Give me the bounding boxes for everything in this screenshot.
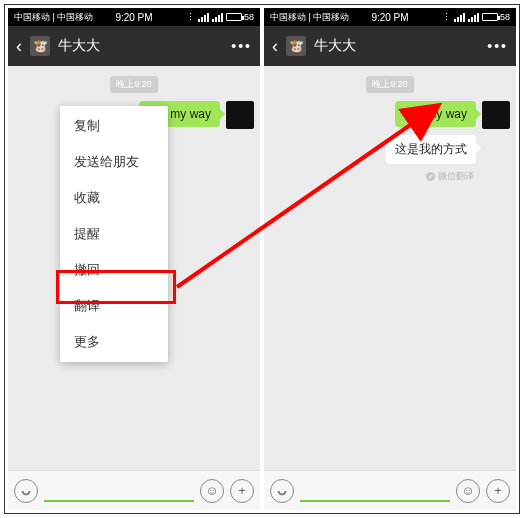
chat-title: 牛大大 <box>314 37 479 55</box>
battery-indicator: 58 <box>226 12 254 22</box>
menu-remind[interactable]: 提醒 <box>60 216 168 252</box>
plus-icon[interactable]: + <box>230 479 254 503</box>
check-icon: ✓ <box>426 172 435 181</box>
menu-favorite[interactable]: 收藏 <box>60 180 168 216</box>
wifi-icon: ⋮ <box>186 12 195 22</box>
menu-forward[interactable]: 发送给朋友 <box>60 144 168 180</box>
status-time: 9:20 PM <box>115 12 152 23</box>
menu-copy[interactable]: 复制 <box>60 108 168 144</box>
phone-left: 中国移动 | 中国移动 9:20 PM ⋮ 58 ‹ 🐮 牛大大 ••• 晚上9… <box>8 8 260 510</box>
menu-more[interactable]: 更多 <box>60 324 168 360</box>
emoji-icon[interactable]: ☺ <box>200 479 224 503</box>
menu-translate[interactable]: 翻译 <box>60 288 168 324</box>
signal-icon <box>454 13 465 22</box>
signal-icon-2 <box>212 13 223 22</box>
signal-icon-2 <box>468 13 479 22</box>
status-bar: 中国移动 | 中国移动 9:20 PM ⋮ 58 <box>264 8 516 26</box>
carrier-label: 中国移动 | 中国移动 <box>14 11 93 24</box>
status-time: 9:20 PM <box>371 12 408 23</box>
carrier-label: 中国移动 | 中国移动 <box>270 11 349 24</box>
contact-avatar-small: 🐮 <box>30 36 50 56</box>
input-bar: ☺ + <box>8 470 260 510</box>
wifi-icon: ⋮ <box>442 12 451 22</box>
timestamp-badge: 晚上9:20 <box>110 76 158 93</box>
chat-header: ‹ 🐮 牛大大 ••• <box>8 26 260 66</box>
chat-title: 牛大大 <box>58 37 223 55</box>
chat-header: ‹ 🐮 牛大大 ••• <box>264 26 516 66</box>
text-input[interactable] <box>300 500 450 502</box>
plus-icon[interactable]: + <box>486 479 510 503</box>
status-bar: 中国移动 | 中国移动 9:20 PM ⋮ 58 <box>8 8 260 26</box>
translation-source: ✓ 微信翻译 <box>264 170 516 183</box>
timestamp-badge: 晚上9:20 <box>366 76 414 93</box>
more-icon[interactable]: ••• <box>231 38 252 54</box>
more-icon[interactable]: ••• <box>487 38 508 54</box>
my-avatar[interactable] <box>226 101 254 129</box>
menu-recall[interactable]: 撤回 <box>60 252 168 288</box>
tutorial-frame: 中国移动 | 中国移动 9:20 PM ⋮ 58 ‹ 🐮 牛大大 ••• 晚上9… <box>4 4 520 514</box>
translation-bubble[interactable]: 这是我的方式 <box>386 135 476 164</box>
voice-icon[interactable] <box>270 479 294 503</box>
translation-row: 这是我的方式 <box>264 135 516 170</box>
input-bar: ☺ + <box>264 470 516 510</box>
contact-avatar-small: 🐮 <box>286 36 306 56</box>
emoji-icon[interactable]: ☺ <box>456 479 480 503</box>
phone-right: 中国移动 | 中国移动 9:20 PM ⋮ 58 ‹ 🐮 牛大大 ••• 晚上9… <box>264 8 516 510</box>
translation-source-label: 微信翻译 <box>438 170 474 183</box>
my-avatar[interactable] <box>482 101 510 129</box>
context-menu: 复制 发送给朋友 收藏 提醒 撤回 翻译 更多 <box>60 106 168 362</box>
back-icon[interactable]: ‹ <box>272 37 278 55</box>
text-input[interactable] <box>44 500 194 502</box>
signal-icon <box>198 13 209 22</box>
chat-body: 晚上9:20 this my way 这是我的方式 ✓ 微信翻译 <box>264 66 516 470</box>
back-icon[interactable]: ‹ <box>16 37 22 55</box>
message-bubble[interactable]: this my way <box>395 101 476 127</box>
battery-indicator: 58 <box>482 12 510 22</box>
message-row: this my way <box>264 101 516 135</box>
voice-icon[interactable] <box>14 479 38 503</box>
chat-body: 晚上9:20 this my way 复制 发送给朋友 收藏 提醒 撤回 翻译 … <box>8 66 260 470</box>
